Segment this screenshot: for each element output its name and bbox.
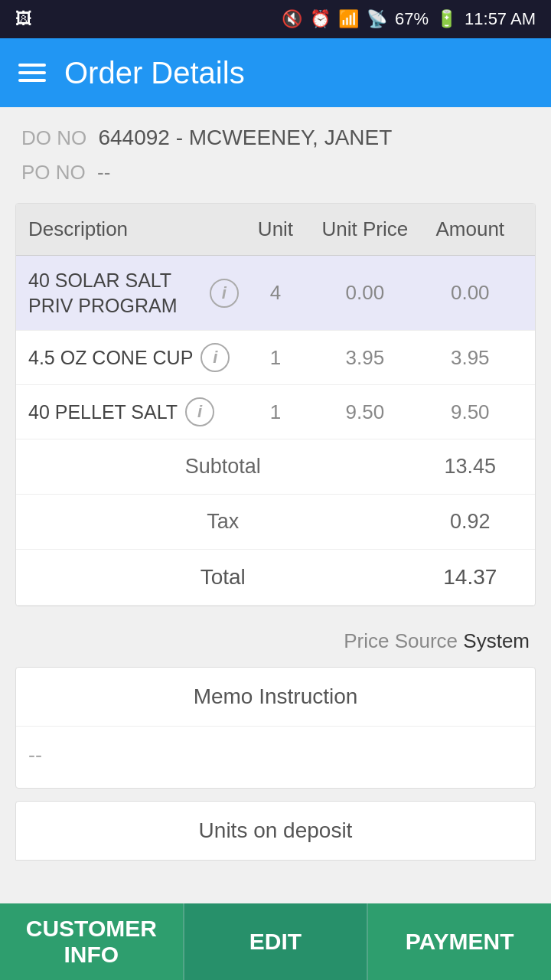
row1-info-icon[interactable]: i (210, 279, 239, 308)
row1-unit: 4 (239, 281, 312, 305)
do-no-label: DO NO (21, 126, 86, 149)
row1-description: 40 SOLAR SALT PRIV PROGRAM (28, 268, 202, 318)
wifi-icon: 📶 (338, 9, 359, 29)
status-right: 🔇 ⏰ 📶 📡 67% 🔋 11:57 AM (282, 9, 536, 29)
edit-button[interactable]: EDIT (183, 903, 369, 980)
do-no-row: DO NO 644092 - MCWEENEY, JANET (21, 126, 530, 150)
memo-content: -- (16, 727, 535, 788)
total-value: 14.37 (418, 565, 523, 590)
photo-icon: 🖼 (15, 9, 32, 29)
row1-amount: 0.00 (418, 281, 523, 305)
subtotal-label: Subtotal (28, 455, 418, 479)
row3-desc-cell: 40 PELLET SALT i (28, 397, 239, 426)
price-source-label: Price Source (344, 629, 458, 652)
table-row: 40 SOLAR SALT PRIV PROGRAM i 4 0.00 0.00 (16, 256, 535, 331)
tax-label: Tax (28, 510, 418, 534)
table-header: Description Unit Unit Price Amount (16, 204, 535, 256)
do-no-value: 644092 - MCWEENEY, JANET (98, 126, 392, 149)
subtotal-row: Subtotal 13.45 (16, 439, 535, 495)
row1-desc-cell: 40 SOLAR SALT PRIV PROGRAM i (28, 268, 239, 318)
tax-value: 0.92 (418, 510, 523, 534)
clock: 11:57 AM (465, 9, 536, 29)
customer-info-button[interactable]: CUSTOMER INFO (0, 903, 183, 980)
row2-amount: 3.95 (418, 346, 523, 370)
battery-percent: 67% (395, 9, 429, 29)
col-unit-price: Unit Price (312, 217, 417, 241)
signal-icon: 📡 (367, 9, 387, 29)
status-left: 🖼 (15, 9, 32, 29)
po-no-value: -- (97, 161, 110, 184)
table-row: 40 PELLET SALT i 1 9.50 9.50 (16, 385, 535, 439)
row2-description: 4.5 OZ CONE CUP (28, 345, 193, 371)
row3-info-icon[interactable]: i (185, 397, 214, 426)
payment-button[interactable]: PAYMENT (368, 903, 551, 980)
alarm-icon: ⏰ (310, 9, 331, 29)
row2-unit: 1 (239, 346, 312, 370)
row2-info-icon[interactable]: i (201, 343, 230, 372)
battery-icon: 🔋 (436, 9, 457, 29)
bottom-nav: CUSTOMER INFO EDIT PAYMENT (0, 903, 551, 980)
row3-unit-price: 9.50 (312, 400, 417, 424)
memo-header: Memo Instruction (16, 668, 535, 727)
units-section: Units on deposit (15, 801, 536, 861)
status-bar: 🖼 🔇 ⏰ 📶 📡 67% 🔋 11:57 AM (0, 0, 551, 38)
col-description: Description (28, 217, 239, 241)
content-area: DO NO 644092 - MCWEENEY, JANET PO NO -- … (0, 107, 551, 903)
menu-button[interactable] (18, 64, 46, 82)
price-source: Price Source System (0, 616, 551, 667)
col-amount: Amount (418, 217, 523, 241)
row3-amount: 9.50 (418, 400, 523, 424)
row2-desc-cell: 4.5 OZ CONE CUP i (28, 343, 239, 372)
page-title: Order Details (64, 56, 245, 90)
col-unit: Unit (239, 217, 312, 241)
row3-unit: 1 (239, 400, 312, 424)
top-bar: Order Details (0, 38, 551, 107)
row2-unit-price: 3.95 (312, 346, 417, 370)
subtotal-value: 13.45 (418, 455, 523, 479)
total-row: Total 14.37 (16, 550, 535, 606)
order-info: DO NO 644092 - MCWEENEY, JANET PO NO -- (0, 107, 551, 194)
mute-icon: 🔇 (282, 9, 302, 29)
order-table: Description Unit Unit Price Amount 40 SO… (15, 203, 536, 606)
memo-section: Memo Instruction -- (15, 667, 536, 789)
price-source-value: System (463, 629, 530, 652)
row1-unit-price: 0.00 (312, 281, 417, 305)
po-no-row: PO NO -- (21, 161, 530, 185)
tax-row: Tax 0.92 (16, 495, 535, 550)
table-row: 4.5 OZ CONE CUP i 1 3.95 3.95 (16, 331, 535, 385)
total-label: Total (28, 565, 418, 590)
po-no-label: PO NO (21, 161, 86, 184)
units-on-deposit-header: Units on deposit (28, 818, 523, 843)
row3-description: 40 PELLET SALT (28, 400, 178, 425)
